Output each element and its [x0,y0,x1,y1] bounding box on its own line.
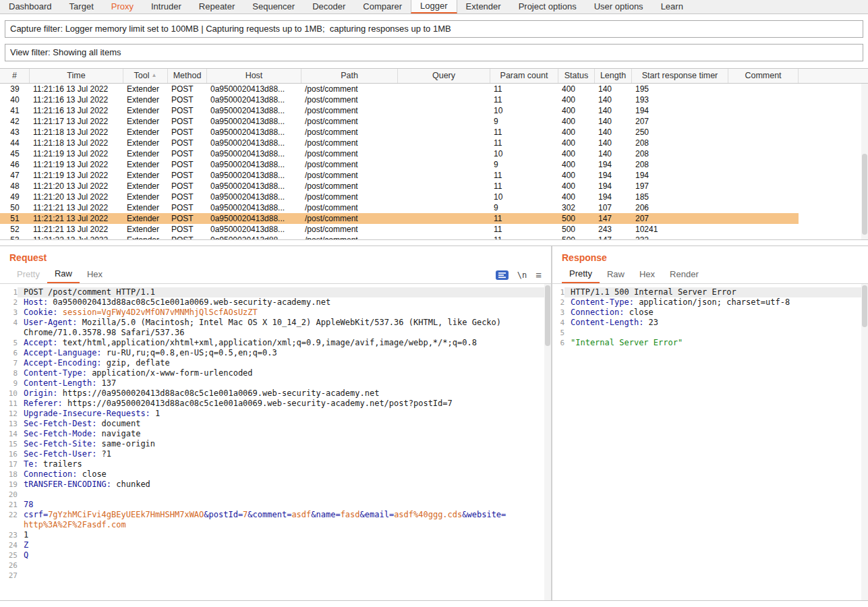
column-header-query[interactable]: Query [398,69,490,83]
line-number: 1 [552,287,565,297]
tab-proxy[interactable]: Proxy [103,0,142,13]
log-table-body[interactable]: 39 11:21:16 13 Jul 2022 Extender POST 0a… [0,84,868,240]
cell-number: 51 [0,213,30,224]
cell-start-response-timer: 197 [632,181,728,192]
tab-sequencer[interactable]: Sequencer [243,0,303,13]
cell-start-response-timer: 185 [632,192,728,202]
view-filter-bar[interactable]: View filter: Showing all items [5,44,863,61]
table-scrollbar-thumb[interactable] [862,154,867,235]
line-number: 12 [0,409,18,419]
request-tabs-pretty[interactable]: Pretty [9,266,47,283]
column-header-host[interactable]: Host [207,69,301,83]
capture-filter-bar[interactable]: Capture filter: Logger memory limit set … [5,20,863,38]
cell-param-count: 11 [490,94,558,105]
column-header-id[interactable]: # [0,69,30,83]
cell-tool: Extender [123,235,168,240]
log-table-row[interactable]: 51 11:21:21 13 Jul 2022 Extender POST 0a… [0,213,868,224]
column-header-time[interactable]: Time [30,69,123,83]
column-header-comment[interactable]: Comment [728,69,799,83]
cell-number: 49 [0,192,30,202]
log-table-row[interactable]: 47 11:21:19 13 Jul 2022 Extender POST 0a… [0,170,868,181]
request-editor[interactable]: 1POST /post/comment HTTP/1.12Host: 0a950… [0,284,551,600]
tab-logger[interactable]: Logger [411,0,457,13]
column-header-method[interactable]: Method [168,69,207,83]
column-header-length[interactable]: Length [595,69,632,83]
cell-method: POST [168,213,207,224]
log-table-row[interactable]: 52 11:21:21 13 Jul 2022 Extender POST 0a… [0,224,868,235]
column-header-label: Path [341,71,358,80]
cell-start-response-timer: 193 [632,94,728,105]
column-header-tool[interactable]: Tool▲ [123,69,168,83]
tab-dashboard[interactable]: Dashboard [0,0,61,13]
tab-decoder[interactable]: Decoder [303,0,354,13]
response-tabs-pretty[interactable]: Pretty [562,266,600,283]
line-text: Sec-Fetch-Dest: document [18,419,551,429]
code-line-5: 5 [552,328,868,338]
line-number: 23 [0,530,18,540]
cell-tool: Extender [123,94,168,105]
row-filler [799,127,868,138]
cell-time: 11:21:17 13 Jul 2022 [30,116,123,127]
cell-host: 0a9500020413d88... [207,159,301,170]
column-header-param-count[interactable]: Param count [490,69,558,83]
response-tabs-hex[interactable]: Hex [632,266,662,283]
log-table-row[interactable]: 40 11:21:16 13 Jul 2022 Extender POST 0a… [0,94,868,105]
response-editor[interactable]: 1HTTP/1.1 500 Internal Server Error2Cont… [552,284,868,600]
log-table-row[interactable]: 44 11:21:18 13 Jul 2022 Extender POST 0a… [0,138,868,148]
line-number: 22 [0,510,18,530]
column-header-label: Time [67,71,85,80]
cell-path: /post/comment [301,127,398,138]
cell-path: /post/comment [301,148,398,159]
log-table-row[interactable]: 48 11:21:20 13 Jul 2022 Extender POST 0a… [0,181,868,192]
log-table-row[interactable]: 39 11:21:16 13 Jul 2022 Extender POST 0a… [0,84,868,94]
line-number: 2 [0,297,18,308]
response-tabs-raw[interactable]: Raw [600,266,632,283]
log-table-row[interactable]: 49 11:21:20 13 Jul 2022 Extender POST 0a… [0,192,868,202]
cell-start-response-timer: 250 [632,127,728,138]
line-number: 17 [0,459,18,469]
log-table-row[interactable]: 41 11:21:16 13 Jul 2022 Extender POST 0a… [0,105,868,116]
log-table-row[interactable]: 46 11:21:19 13 Jul 2022 Extender POST 0a… [0,159,868,170]
tab-intruder[interactable]: Intruder [142,0,190,13]
code-line-4: 4Content-Length: 23 [552,318,868,328]
log-table-row[interactable]: 50 11:21:21 13 Jul 2022 Extender POST 0a… [0,202,868,213]
tab-learn[interactable]: Learn [652,0,692,13]
table-scrollbar[interactable] [861,84,868,239]
line-text: tRANSFER-ENCODING: chunked [18,480,551,490]
response-scrollbar[interactable] [861,284,868,600]
cell-time: 11:21:21 13 Jul 2022 [30,224,123,235]
format-icon[interactable] [496,270,509,280]
request-scrollbar-thumb[interactable] [545,285,550,346]
column-header-path[interactable]: Path [301,69,398,83]
log-table-row[interactable]: 42 11:21:17 13 Jul 2022 Extender POST 0a… [0,116,868,127]
row-filler [799,170,868,181]
request-tabs-hex[interactable]: Hex [80,266,110,283]
cell-host: 0a9500020413d88... [207,235,301,240]
request-scrollbar[interactable] [544,284,551,600]
log-table-row[interactable]: 45 11:21:19 13 Jul 2022 Extender POST 0a… [0,148,868,159]
menu-icon[interactable]: ≡ [536,269,542,281]
request-tabs-raw[interactable]: Raw [47,266,80,283]
line-text: Upgrade-Insecure-Requests: 1 [18,409,551,419]
response-tabs-render[interactable]: Render [662,266,706,283]
line-text [565,328,868,338]
tab-extender[interactable]: Extender [457,0,510,13]
tab-target[interactable]: Target [61,0,103,13]
cell-path: /post/comment [301,213,398,224]
cell-number: 45 [0,148,30,159]
cell-status: 400 [558,105,595,116]
column-header-timer[interactable]: Start response timer [632,69,728,83]
column-header-status[interactable]: Status [558,69,595,83]
row-filler [799,148,868,159]
tab-user-options[interactable]: User options [585,0,652,13]
tab-repeater[interactable]: Repeater [190,0,243,13]
response-scrollbar-thumb[interactable] [862,285,867,327]
log-table-row[interactable]: 43 11:21:18 13 Jul 2022 Extender POST 0a… [0,127,868,138]
tab-project-options[interactable]: Project options [510,0,585,13]
column-header-label: Length [600,71,626,80]
cell-time: 11:21:16 13 Jul 2022 [30,84,123,94]
newline-toggle-icon[interactable]: \n [517,270,527,280]
tab-comparer[interactable]: Comparer [354,0,411,13]
log-table-row[interactable]: 53 11:21:22 13 Jul 2022 Extender POST 0a… [0,235,868,240]
line-text: Z [18,540,551,550]
